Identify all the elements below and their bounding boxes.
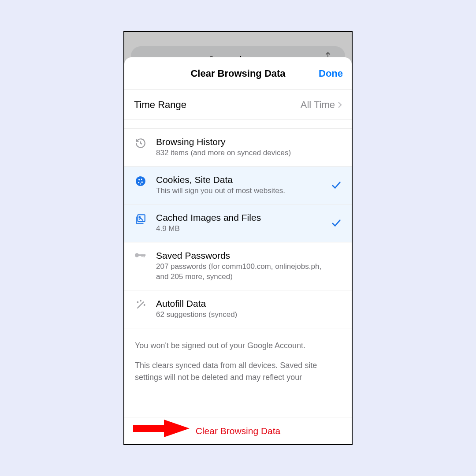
- option-title: Cached Images and Files: [156, 212, 322, 223]
- svg-point-12: [138, 301, 138, 302]
- svg-point-4: [141, 181, 143, 182]
- clear-browsing-data-button[interactable]: Clear Browsing Data: [196, 426, 281, 436]
- annotation-arrow-icon: [133, 419, 190, 440]
- info-text-1: You won't be signed out of your Google A…: [124, 328, 352, 355]
- option-subtitle: This will sign you out of most websites.: [156, 186, 322, 196]
- sheet-header: Clear Browsing Data Done: [124, 57, 352, 90]
- checkmark-icon: [331, 181, 342, 190]
- wand-icon: [134, 298, 147, 311]
- svg-point-7: [139, 216, 141, 218]
- sheet-title: Clear Browsing Data: [190, 68, 285, 79]
- svg-rect-6: [138, 215, 145, 221]
- svg-point-5: [140, 183, 141, 185]
- done-button[interactable]: Done: [319, 68, 343, 79]
- svg-marker-15: [133, 420, 190, 437]
- svg-point-1: [138, 179, 140, 180]
- option-cached[interactable]: Cached Images and Files 4.9 MB: [124, 205, 352, 242]
- option-title: Cookies, Site Data: [156, 175, 322, 185]
- option-cookies[interactable]: Cookies, Site Data This will sign you ou…: [124, 167, 352, 205]
- image-stack-icon: [134, 212, 147, 225]
- option-autofill[interactable]: Autofill Data 62 suggestions (synced): [124, 290, 352, 328]
- option-passwords[interactable]: Saved Passwords 207 passwords (for comm1…: [124, 242, 352, 290]
- info-text-2: This clears synced data from all devices…: [124, 355, 352, 387]
- option-subtitle: 207 passwords (for comm100.com, onlinejo…: [156, 262, 322, 282]
- time-range-row[interactable]: Time Range All Time: [124, 90, 352, 120]
- time-range-label: Time Range: [134, 99, 186, 111]
- svg-point-13: [144, 305, 145, 305]
- option-browsing-history[interactable]: Browsing History 832 items (and more on …: [124, 129, 352, 167]
- option-subtitle: 4.9 MB: [156, 224, 322, 234]
- svg-point-14: [140, 300, 141, 301]
- time-range-value: All Time: [301, 99, 342, 111]
- chevron-right-icon: [338, 101, 342, 108]
- svg-rect-10: [144, 254, 145, 257]
- phone-frame: google.com Clear Browsing Data Done Time…: [123, 31, 353, 445]
- key-icon: [134, 250, 147, 259]
- option-title: Browsing History: [156, 137, 322, 147]
- sheet: Clear Browsing Data Done Time Range All …: [124, 57, 352, 444]
- svg-point-2: [141, 178, 142, 180]
- svg-rect-11: [141, 254, 143, 257]
- cookie-icon: [134, 175, 147, 187]
- option-subtitle: 832 items (and more on synced devices): [156, 148, 322, 158]
- option-title: Autofill Data: [156, 298, 322, 309]
- svg-point-3: [138, 182, 139, 183]
- option-title: Saved Passwords: [156, 250, 322, 261]
- checkmark-icon: [331, 219, 342, 227]
- option-subtitle: 62 suggestions (synced): [156, 310, 322, 320]
- history-icon: [134, 137, 147, 149]
